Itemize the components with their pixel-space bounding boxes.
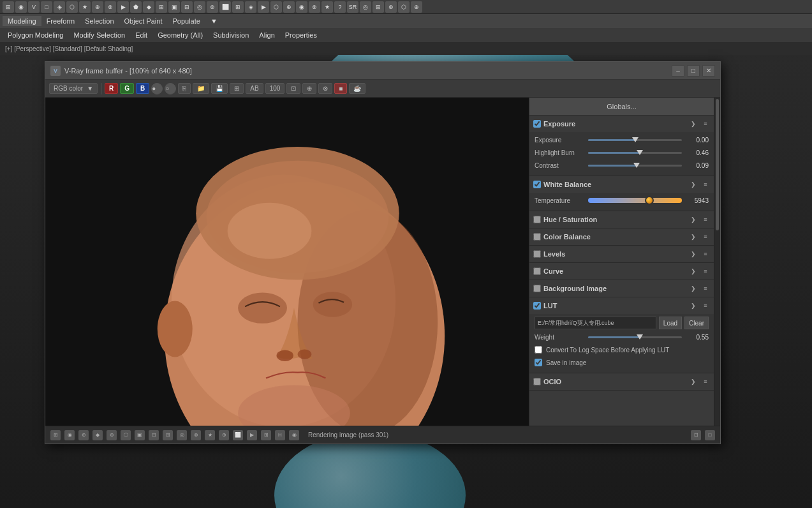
toolbar-icon-ab[interactable]: AB [246, 83, 263, 94]
temperature-slider-container[interactable] [588, 195, 682, 205]
menu2-edit[interactable]: Edit [130, 30, 152, 40]
toolbar-icon-24[interactable]: ◉ [296, 1, 307, 13]
close-button[interactable]: ✕ [702, 65, 715, 77]
menu2-modify-selection[interactable]: Modify Selection [68, 30, 130, 40]
toolbar-icon-30[interactable]: ⊞ [373, 1, 384, 13]
toolbar-icon-3[interactable]: V [28, 1, 40, 13]
status-icon-11[interactable]: ⊗ [191, 430, 201, 440]
ocio-checkbox[interactable] [533, 378, 541, 385]
status-icon-16[interactable]: ⊞ [261, 430, 271, 440]
status-icon-12[interactable]: ★ [205, 430, 215, 440]
background-image-header[interactable]: Background Image ❯ ≡ [529, 280, 714, 297]
toolbar-icon-8[interactable]: ⊕ [92, 1, 103, 13]
toolbar-icon-31[interactable]: ⊛ [385, 1, 397, 13]
save-in-image-checkbox[interactable] [535, 359, 542, 366]
toolbar-icon-copy[interactable]: ⎘ [178, 83, 191, 94]
levels-checkbox[interactable] [533, 250, 541, 258]
toolbar-icon-26[interactable]: ★ [321, 1, 333, 13]
levels-menu-icon[interactable]: ≡ [701, 249, 710, 259]
status-icon-7[interactable]: ▣ [135, 430, 145, 440]
exposure-thumb[interactable] [632, 137, 639, 142]
toolbar-icon-21[interactable]: ▶ [258, 1, 269, 13]
background-image-menu-icon[interactable]: ≡ [701, 283, 710, 294]
toolbar-icon-33[interactable]: ⊕ [411, 1, 422, 13]
lut-load-button[interactable]: Load [659, 317, 682, 329]
lut-path-input[interactable] [535, 317, 656, 329]
status-icon-3[interactable]: ⊕ [78, 430, 89, 440]
status-icon-18[interactable]: ◉ [289, 430, 299, 440]
color-balance-menu-icon[interactable]: ≡ [701, 232, 710, 242]
maximize-button[interactable]: □ [687, 65, 700, 77]
contrast-thumb[interactable] [633, 163, 640, 168]
menu2-properties[interactable]: Properties [280, 30, 322, 40]
toolbar-icon-27[interactable]: ? [334, 1, 346, 13]
toolbar-icon-save[interactable]: 💾 [211, 83, 228, 94]
toolbar-icon-4[interactable]: □ [41, 1, 52, 13]
toolbar-icon-28[interactable]: SR [347, 1, 358, 13]
toolbar-icon-folder[interactable]: 📁 [193, 83, 209, 94]
exposure-menu-icon[interactable]: ≡ [701, 119, 710, 129]
curve-menu-icon[interactable]: ≡ [701, 266, 710, 276]
toolbar-icon-ring[interactable]: ○ [165, 83, 176, 94]
toolbar-icon-zoom[interactable]: ⊕ [302, 83, 316, 94]
status-icon-17[interactable]: H [275, 430, 285, 440]
highlight-burn-slider-container[interactable] [588, 147, 682, 158]
menu-object-paint[interactable]: Object Paint [119, 16, 168, 26]
exposure-slider-container[interactable] [588, 135, 682, 145]
background-image-checkbox[interactable] [533, 285, 541, 292]
lut-checkbox[interactable] [533, 302, 541, 310]
toolbar-icon-10[interactable]: ▶ [117, 1, 129, 13]
color-mode-selector[interactable]: RGB color ▼ [49, 83, 98, 94]
status-icon-9[interactable]: ⊞ [163, 430, 173, 440]
scrollbar-thumb[interactable] [716, 99, 719, 230]
status-icon-14[interactable]: ⬜ [233, 430, 243, 440]
menu2-subdivision[interactable]: Subdivision [208, 30, 254, 40]
white-balance-menu-icon[interactable]: ≡ [701, 179, 710, 190]
lut-section-header[interactable]: LUT ❯ ≡ [529, 297, 714, 314]
menu-more[interactable]: ▼ [205, 16, 223, 26]
right-panel-scrollbar[interactable] [714, 98, 720, 426]
toolbar-icon-32[interactable]: ⬡ [398, 1, 410, 13]
color-balance-header[interactable]: Color Balance ❯ ≡ [529, 228, 714, 245]
curve-header[interactable]: Curve ❯ ≡ [529, 263, 714, 280]
toolbar-icon-circle[interactable]: ● [151, 83, 163, 94]
weight-slider-container[interactable] [588, 332, 682, 342]
ocio-header[interactable]: OCIO ❯ ≡ [529, 373, 714, 390]
menu2-align[interactable]: Align [254, 30, 279, 40]
status-icon-1[interactable]: ⊞ [50, 430, 61, 440]
toolbar-icon-14[interactable]: ▣ [168, 1, 180, 13]
lut-clear-button[interactable]: Clear [684, 317, 709, 329]
color-balance-checkbox[interactable] [533, 233, 541, 241]
toolbar-icon-19[interactable]: ⊞ [232, 1, 244, 13]
highlight-burn-thumb[interactable] [637, 150, 643, 155]
toolbar-icon-7[interactable]: ★ [79, 1, 91, 13]
toolbar-icon-22[interactable]: ⬡ [270, 1, 282, 13]
lut-menu-icon[interactable]: ≡ [701, 301, 710, 311]
toolbar-icon-17[interactable]: ⊛ [207, 1, 218, 13]
white-balance-header[interactable]: White Balance ❯ ≡ [529, 176, 714, 193]
toolbar-icon-23[interactable]: ⊕ [283, 1, 295, 13]
convert-to-log-checkbox[interactable] [535, 346, 542, 354]
exposure-section-header[interactable]: Exposure ❯ ≡ [529, 116, 714, 132]
contrast-slider-container[interactable] [588, 160, 682, 170]
white-balance-checkbox[interactable] [533, 181, 541, 188]
status-icon-15[interactable]: ▶ [247, 430, 257, 440]
toolbar-icon-12[interactable]: ◆ [143, 1, 154, 13]
curve-checkbox[interactable] [533, 267, 541, 275]
toolbar-icon-2[interactable]: ◉ [15, 1, 27, 13]
status-icon-13[interactable]: ⊕ [219, 430, 229, 440]
toolbar-icon-100[interactable]: 100 [265, 83, 285, 94]
levels-header[interactable]: Levels ❯ ≡ [529, 246, 714, 262]
menu-freeform[interactable]: Freeform [41, 16, 80, 26]
toolbar-icon-toggle[interactable]: ⊞ [230, 83, 244, 94]
toolbar-icon-13[interactable]: ⊞ [156, 1, 167, 13]
hue-saturation-header[interactable]: Hue / Saturation ❯ ≡ [529, 211, 714, 228]
menu-populate[interactable]: Populate [167, 16, 205, 26]
menu2-geometry-all[interactable]: Geometry (All) [152, 30, 208, 40]
toolbar-icon-11[interactable]: ⬟ [130, 1, 142, 13]
globals-button[interactable]: Globals... [529, 98, 714, 116]
ocio-menu-icon[interactable]: ≡ [701, 377, 710, 387]
toolbar-icon-18[interactable]: ⬜ [219, 1, 231, 13]
menu2-polygon-modeling[interactable]: Polygon Modeling [3, 30, 68, 40]
toolbar-icon-rgb-g[interactable]: G [120, 83, 134, 94]
